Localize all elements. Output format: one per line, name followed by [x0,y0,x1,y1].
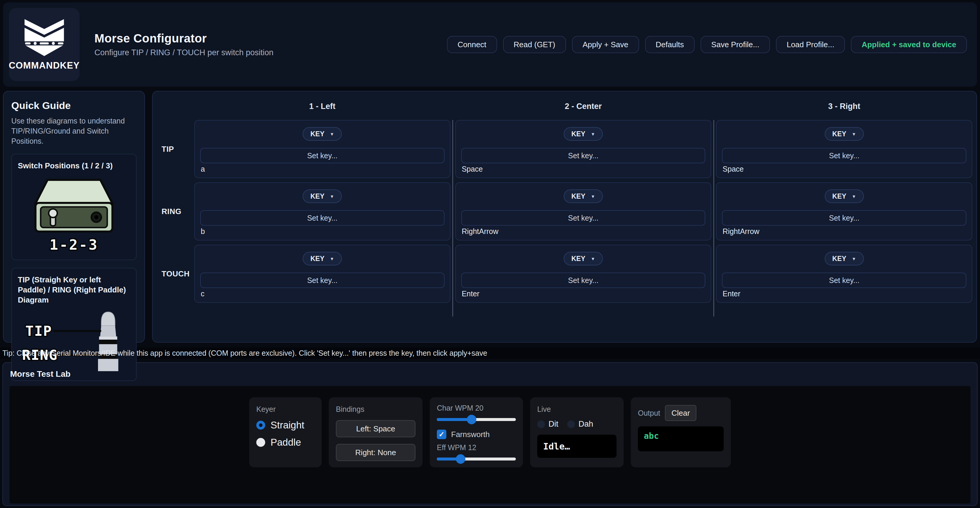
switch-device-image [18,176,130,235]
key-type-dropdown[interactable]: KEY▼ [302,252,342,265]
keyer-option-straight[interactable]: Straight [256,419,315,431]
logo-text: COMMANDKEY [9,60,80,71]
row-label-touch: TOUCH [153,269,189,278]
right-binding-button[interactable]: Right: None [336,444,415,461]
eff-wpm-slider[interactable] [437,454,516,464]
binding-cell-tip-left: KEY▼ Set key... a [194,120,450,178]
key-type-dropdown[interactable]: KEY▼ [302,127,342,141]
left-binding-button[interactable]: Left: Space [336,420,415,437]
radio-paddle-icon[interactable] [256,438,265,447]
switch-positions-card: Switch Positions (1 / 2 / 3) 1-2-3 [11,154,137,260]
key-type-dropdown[interactable]: KEY▼ [825,252,864,265]
key-type-dropdown[interactable]: KEY▼ [302,189,342,203]
status-badge: Applied + saved to device [851,36,967,53]
key-type-dropdown[interactable]: KEY▼ [564,189,603,203]
binding-cell-ring-right: KEY▼ Set key... RightArrow [716,182,972,240]
key-type-label: KEY [832,130,846,138]
binding-grid: 1 - Left 2 - Center 3 - Right TIP RING T… [153,97,972,303]
binding-cell-tip-center: KEY▼ Set key... Space [455,120,711,178]
apply-save-button[interactable]: Apply + Save [572,36,639,53]
binding-cell-tip-right: KEY▼ Set key... Space [716,120,972,178]
chevron-down-icon: ▼ [852,256,856,261]
set-key-button[interactable]: Set key... [200,273,445,288]
char-wpm-slider[interactable] [437,415,516,424]
trs-plug-icon: TIP RING [18,308,130,374]
key-type-label: KEY [832,192,846,200]
binding-cell-touch-left: KEY▼ Set key... c [194,244,450,303]
chevron-down-icon: ▼ [330,256,334,261]
farnsworth-checkbox[interactable]: ✓ [437,430,446,439]
dit-label: Dit [549,419,558,429]
farnsworth-label: Farnsworth [451,430,490,439]
set-key-button[interactable]: Set key... [722,148,966,163]
key-type-label: KEY [571,255,585,263]
timing-card: Char WPM 20 ✓ Farnsworth Eff WPM 12 [430,397,523,467]
dit-led-icon [537,421,545,428]
switch-positions-title: Switch Positions (1 / 2 / 3) [18,161,130,171]
switch-positions-caption: 1-2-3 [18,237,130,253]
load-profile-button[interactable]: Load Profile... [776,36,845,53]
live-display: Idle… [537,435,617,458]
connect-button[interactable]: Connect [447,36,497,53]
defaults-button[interactable]: Defaults [645,36,695,53]
chevron-down-icon: ▼ [852,132,856,137]
bound-key-value: Space [722,165,966,173]
binding-cell-ring-center: KEY▼ Set key... RightArrow [455,182,711,240]
page-subtitle: Configure TIP / RING / TOUCH per switch … [94,48,274,57]
plug-diagram-image: TIP RING [18,308,130,374]
output-header: Output Clear [638,405,724,421]
bound-key-value: c [200,289,445,298]
page-title: Morse Configurator [94,32,274,45]
eff-wpm-label: Eff WPM 12 [437,443,516,452]
dah-led-icon [567,421,575,428]
bound-key-value: RightArrow [722,227,966,236]
keyer-label: Keyer [256,405,315,414]
column-divider [452,120,453,316]
set-key-button[interactable]: Set key... [461,210,706,225]
row-label-ring: RING [153,207,181,216]
title-block: Morse Configurator Configure TIP / RING … [94,32,274,57]
output-display: abc [638,426,724,451]
key-type-dropdown[interactable]: KEY▼ [564,127,603,141]
morse-test-lab-title: Morse Test Lab [10,363,970,386]
key-type-dropdown[interactable]: KEY▼ [564,252,603,265]
app-logo: COMMANDKEY [9,8,80,81]
save-profile-button[interactable]: Save Profile... [700,36,770,53]
output-card: Output Clear abc [631,397,731,467]
char-wpm-slider-thumb[interactable] [467,415,476,424]
commandkey-chevron-icon [19,18,70,57]
set-key-button[interactable]: Set key... [461,148,706,163]
set-key-button[interactable]: Set key... [461,273,706,288]
live-label: Live [537,405,617,414]
set-key-button[interactable]: Set key... [722,210,966,225]
column-header-center: 2 - Center [565,102,602,111]
chevron-down-icon: ▼ [852,194,856,199]
column-divider [713,120,714,316]
column-header-right: 3 - Right [828,102,860,111]
app-header: COMMANDKEY Morse Configurator Configure … [3,2,977,87]
radio-straight-label: Straight [270,419,304,431]
key-type-dropdown[interactable]: KEY▼ [825,127,864,141]
read-get-button[interactable]: Read (GET) [503,36,566,53]
binding-cell-touch-right: KEY▼ Set key... Enter [716,244,972,303]
clear-output-button[interactable]: Clear [665,405,697,421]
keyer-option-paddle[interactable]: Paddle [256,437,315,448]
bound-key-value: Space [461,165,706,173]
binding-cell-touch-center: KEY▼ Set key... Enter [455,244,711,303]
quick-guide-panel: Quick Guide Use these diagrams to unders… [3,91,145,343]
keyer-device-icon [31,176,117,235]
bound-key-value: b [200,227,445,236]
key-type-dropdown[interactable]: KEY▼ [825,189,864,203]
set-key-button[interactable]: Set key... [200,148,445,163]
key-type-label: KEY [571,192,585,200]
eff-wpm-slider-thumb[interactable] [456,454,465,464]
radio-straight-icon[interactable] [256,421,265,430]
column-header-left: 1 - Left [309,102,336,111]
bindings-card: Bindings Left: Space Right: None [329,397,423,467]
morse-test-lab-panel: Morse Test Lab Keyer Straight Paddle Bin… [2,362,978,506]
binding-cell-ring-left: KEY▼ Set key... b [194,182,450,240]
farnsworth-row[interactable]: ✓ Farnsworth [437,430,516,439]
set-key-button[interactable]: Set key... [722,273,966,288]
plug-diagram-title: TIP (Straigh Key or left Paddle) / RING … [18,275,130,305]
set-key-button[interactable]: Set key... [200,210,445,225]
